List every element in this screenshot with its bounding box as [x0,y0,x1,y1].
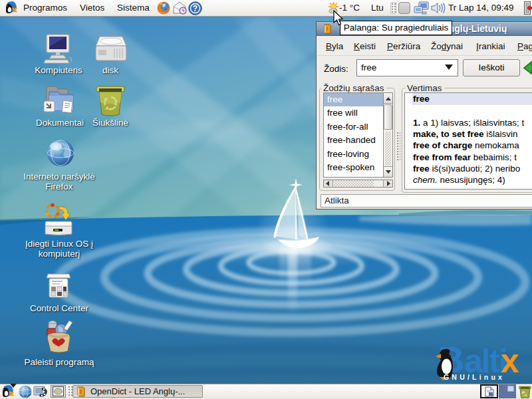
svg-text:?: ? [193,4,198,13]
svg-text:GNU/Linux: GNU/Linux [444,373,505,381]
